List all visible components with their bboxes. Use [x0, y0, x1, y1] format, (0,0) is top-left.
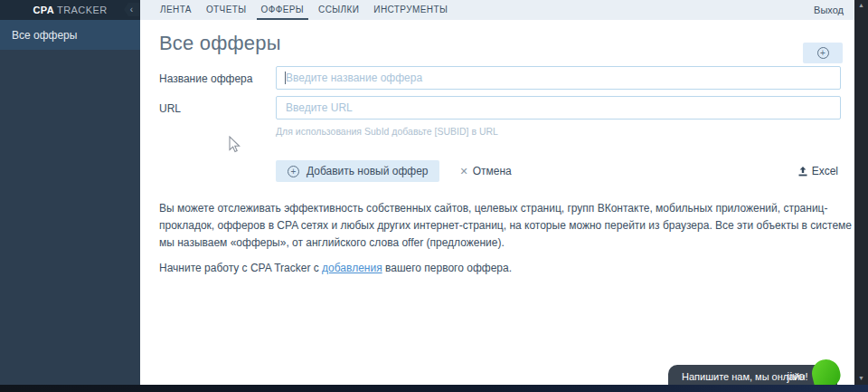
- plus-circle-icon: +: [817, 47, 829, 59]
- excel-label: Excel: [812, 165, 838, 177]
- logout-link[interactable]: Выход: [814, 0, 844, 20]
- url-input-wrap: [276, 96, 841, 120]
- tab-reports[interactable]: ОТЧЕТЫ: [202, 0, 251, 20]
- upload-icon: [798, 167, 807, 177]
- offer-name-input-wrap: [276, 66, 841, 90]
- form-row-url: URL: [159, 96, 841, 120]
- add-offer-button[interactable]: +: [803, 43, 843, 63]
- sidebar-header: CPATRACKER ‹: [0, 0, 140, 20]
- tab-links[interactable]: ССЫЛКИ: [314, 0, 363, 20]
- plus-circle-icon: +: [288, 166, 299, 177]
- cancel-label: Отмена: [473, 165, 512, 177]
- sidebar-item-all-offers[interactable]: Все офферы: [0, 20, 140, 50]
- url-input[interactable]: [276, 96, 841, 120]
- page-title: Все офферы: [159, 32, 841, 55]
- excel-export-button[interactable]: Excel: [798, 165, 838, 177]
- logo-rest: TRACKER: [57, 5, 107, 15]
- jivo-logo: jivo: [787, 370, 805, 383]
- tab-lenta[interactable]: ЛЕНТА: [156, 0, 196, 20]
- logo-bold: CPA: [33, 5, 55, 15]
- main-area: ЛЕНТА ОТЧЕТЫ ОФФЕРЫ ССЫЛКИ ИНСТРУМЕНТЫ В…: [140, 0, 854, 386]
- subid-hint: Для использования SubId добавьте [SUBID]…: [276, 126, 841, 137]
- start-line: Начните работу с CPA Tracker с добавлени…: [159, 262, 841, 274]
- submit-label: Добавить новый оффер: [307, 165, 428, 177]
- start-prefix: Начните работу с CPA Tracker с: [159, 262, 322, 274]
- vertical-scrollbar[interactable]: ▲ ▼: [854, 0, 868, 392]
- tab-tools[interactable]: ИНСТРУМЕНТЫ: [369, 0, 452, 20]
- tab-offers[interactable]: ОФФЕРЫ: [257, 0, 309, 20]
- close-icon: ✕: [459, 166, 467, 177]
- submit-offer-button[interactable]: + Добавить новый оффер: [276, 160, 439, 182]
- sidebar-collapse-button[interactable]: ‹: [124, 3, 139, 16]
- sidebar: CPATRACKER ‹ Все офферы: [0, 0, 140, 386]
- sidebar-item-label: Все офферы: [12, 29, 77, 42]
- offer-name-input[interactable]: [276, 66, 841, 90]
- form-actions: + Добавить новый оффер ✕ Отмена Excel: [276, 160, 841, 182]
- scroll-down-icon[interactable]: ▼: [854, 375, 868, 381]
- start-suffix: вашего первого оффера.: [382, 262, 512, 274]
- form-row-name: Название оффера: [159, 66, 841, 90]
- description-paragraph: Вы можете отслеживать эффективность собс…: [159, 200, 857, 252]
- text-caret: [285, 72, 286, 84]
- bottom-taskbar-strip: [0, 385, 868, 392]
- add-offer-link[interactable]: добавления: [322, 262, 382, 274]
- top-navigation: ЛЕНТА ОТЧЕТЫ ОФФЕРЫ ССЫЛКИ ИНСТРУМЕНТЫ В…: [140, 0, 854, 20]
- cancel-button[interactable]: ✕ Отмена: [459, 165, 511, 177]
- page-content: Все офферы + Название оффера URL Для исп…: [140, 20, 854, 274]
- chevron-left-icon: ‹: [130, 5, 133, 14]
- offer-name-label: Название оффера: [159, 66, 276, 90]
- url-label: URL: [159, 96, 276, 120]
- offer-form: Название оффера URL Для использования Su…: [159, 66, 841, 182]
- scroll-up-icon[interactable]: ▲: [854, 2, 868, 8]
- app-logo: CPATRACKER: [33, 5, 108, 15]
